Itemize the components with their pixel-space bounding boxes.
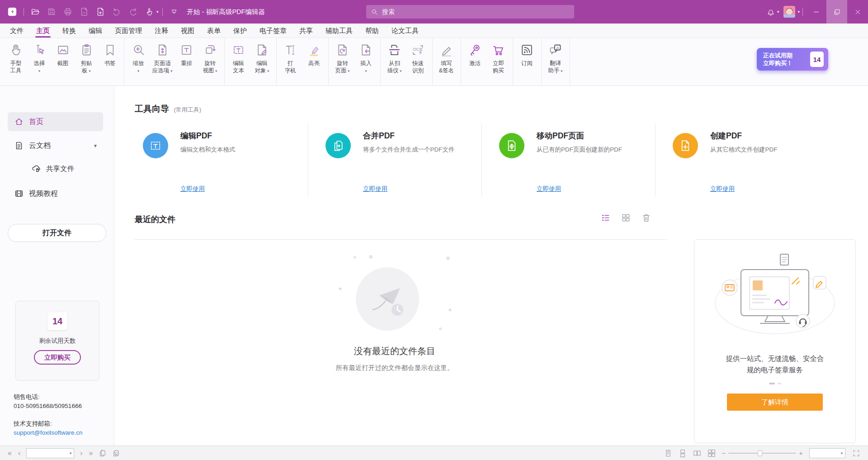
edit-object-tool[interactable]: 编辑对象 ▾ — [250, 42, 274, 76]
dot-decoration — [369, 255, 373, 259]
page-number-dropdown-arrow[interactable]: ▼ — [69, 451, 72, 455]
ribbon-group: A翻译助手 ▾ — [542, 38, 570, 85]
menu-tab-11[interactable]: 辅助工具 — [319, 24, 359, 38]
zoom-tool[interactable]: 缩放 ▾ — [127, 42, 150, 76]
rotate-pages-tool[interactable]: 旋转页面 ▾ — [331, 42, 354, 76]
support-email-link[interactable]: support@foxitsoftware.cn — [14, 429, 83, 436]
sidebar-item-share-file[interactable]: 共享文件 — [8, 160, 103, 177]
carousel-dot-active[interactable] — [769, 383, 775, 384]
highlight-tool[interactable]: 高亮 — [302, 42, 326, 68]
first-page-button[interactable]: « — [5, 450, 15, 457]
menu-tab-12[interactable]: 帮助 — [359, 24, 385, 38]
menu-tab-10[interactable]: 共享 — [293, 24, 319, 38]
tool-label: 选择 — [34, 60, 45, 67]
account-dropdown-arrow[interactable]: ▾ — [797, 9, 800, 14]
rotate-view-tool[interactable]: 旋转视图 ▾ — [198, 42, 222, 76]
clipboard-page-icon[interactable] — [112, 449, 121, 458]
trash-icon[interactable] — [641, 213, 651, 223]
page-add-button[interactable] — [93, 4, 108, 19]
buy-now-button[interactable]: 立即购买 — [34, 350, 81, 365]
continuous-view-icon[interactable] — [678, 449, 687, 458]
list-view-icon[interactable] — [600, 213, 611, 223]
close-button[interactable] — [847, 0, 868, 24]
menu-tab-6[interactable]: 视图 — [175, 24, 201, 38]
sidebar-item-cloud-doc[interactable]: 云文档▼ — [8, 136, 103, 155]
zoom-out-button[interactable]: − — [719, 449, 728, 457]
use-now-link[interactable]: 立即使用 — [537, 185, 561, 193]
single-page-view-icon[interactable] — [664, 449, 673, 458]
zoom-percent-dropdown-arrow[interactable]: ▼ — [840, 451, 844, 455]
next-page-button[interactable]: › — [77, 450, 85, 457]
dropdown-arrow: ▾ — [347, 69, 350, 73]
svg-text:A: A — [556, 46, 559, 50]
typewriter-tool[interactable]: 打字机 — [279, 42, 302, 75]
touch-mode-button[interactable] — [142, 4, 157, 19]
use-now-link[interactable]: 立即使用 — [363, 185, 387, 193]
menu-tab-7[interactable]: 表单 — [201, 24, 227, 38]
menu-tab-4[interactable]: 页面管理 — [108, 24, 148, 38]
translate-assistant-tool[interactable]: A翻译助手 ▾ — [544, 42, 567, 76]
fill-sign-tool[interactable]: 填写&签名 — [435, 42, 458, 75]
subscribe-tool[interactable]: 订阅 — [515, 42, 539, 68]
zoom-slider-thumb[interactable] — [757, 450, 763, 456]
open-file-button[interactable]: 打开文件 — [8, 224, 106, 242]
quick-ocr-tool[interactable]: OCR快速识别 — [406, 42, 430, 75]
search-box[interactable] — [366, 5, 574, 19]
zoom-in-button[interactable]: + — [796, 449, 806, 457]
menu-tab-2[interactable]: 转换 — [56, 24, 82, 38]
use-now-link[interactable]: 立即使用 — [180, 185, 205, 193]
select-tool[interactable]: 选择 ▾ — [28, 42, 51, 76]
tool-label: 高亮 — [308, 60, 320, 67]
activate-tool[interactable]: 激活 — [463, 42, 487, 68]
trial-badge-button[interactable]: 正在试用期 立即购买！ 14 — [757, 48, 828, 71]
from-scanner-tool[interactable]: 从扫描仪 ▾ — [383, 42, 406, 76]
insert-tool[interactable]: 插入 ▾ — [354, 42, 378, 76]
dropdown-arrow: ▾ — [170, 69, 173, 73]
facing-view-icon[interactable] — [693, 449, 702, 458]
fullscreen-expand-icon[interactable] — [852, 449, 861, 458]
notifications-bell-icon[interactable] — [763, 4, 778, 19]
sidebar-item-home[interactable]: 首页 — [8, 112, 103, 131]
touch-mode-dropdown-arrow[interactable]: ▾ — [156, 9, 159, 14]
menu-tab-5[interactable]: 注释 — [148, 24, 175, 38]
sidebar: 首页云文档▼共享文件视频教程 打开文件 14 剩余试用天数 立即购买 销售电话:… — [0, 86, 114, 446]
use-now-link[interactable]: 立即使用 — [710, 185, 735, 193]
bookmark-tool[interactable]: 书签 — [98, 42, 122, 68]
previous-page-button[interactable]: ‹ — [15, 450, 24, 457]
menu-tab-3[interactable]: 编辑 — [82, 24, 108, 38]
notifications-dropdown-arrow[interactable]: ▾ — [777, 9, 779, 14]
page-number-input[interactable] — [26, 448, 74, 458]
snapshot-page-icon[interactable] — [98, 449, 107, 458]
title-bar: ▾ 开始 - 福昕高级PDF编辑器 ▾ ▾ — [0, 0, 868, 24]
zoom-slider[interactable] — [728, 453, 796, 454]
facing-continuous-view-icon[interactable] — [707, 449, 716, 458]
search-input[interactable] — [382, 8, 570, 15]
menu-tab-0[interactable]: 文件 — [4, 24, 30, 38]
snapshot-tool[interactable]: 截图 — [51, 42, 75, 68]
menu-tab-13[interactable]: 论文工具 — [385, 24, 425, 38]
minimize-button[interactable] — [806, 0, 826, 24]
hand-tool-tool[interactable]: 手型工具 — [4, 42, 28, 75]
menu-tab-1[interactable]: 主页 — [30, 24, 56, 38]
reflow-icon — [179, 43, 194, 60]
reflow-tool[interactable]: 重排 — [175, 42, 198, 68]
grid-view-icon[interactable] — [621, 213, 631, 223]
customize-toolbar-chevron-icon[interactable] — [166, 4, 182, 19]
typewriter-icon — [283, 43, 298, 60]
buy-now-tool[interactable]: 立即购买 — [487, 42, 510, 75]
menu-tab-8[interactable]: 保护 — [227, 24, 253, 38]
divider — [162, 8, 163, 16]
edit-text-tool[interactable]: 编辑文本 — [227, 42, 250, 75]
open-folder-button[interactable] — [28, 4, 43, 19]
sidebar-item-video[interactable]: 视频教程 — [8, 184, 103, 203]
carousel-dot[interactable] — [778, 383, 781, 384]
fit-page-options-tool[interactable]: 页面适应选项 ▾ — [150, 42, 175, 76]
user-avatar[interactable] — [783, 6, 795, 18]
last-page-button[interactable]: » — [86, 450, 96, 457]
menu-tab-9[interactable]: 电子签章 — [253, 24, 293, 38]
tool-label: 板 ▾ — [82, 67, 91, 75]
restore-button[interactable] — [826, 0, 847, 24]
clipboard-tool[interactable]: 剪贴板 ▾ — [75, 42, 98, 76]
learn-more-button[interactable]: 了解详情 — [727, 394, 823, 411]
expand-arrow-icon[interactable]: ▼ — [93, 143, 98, 148]
